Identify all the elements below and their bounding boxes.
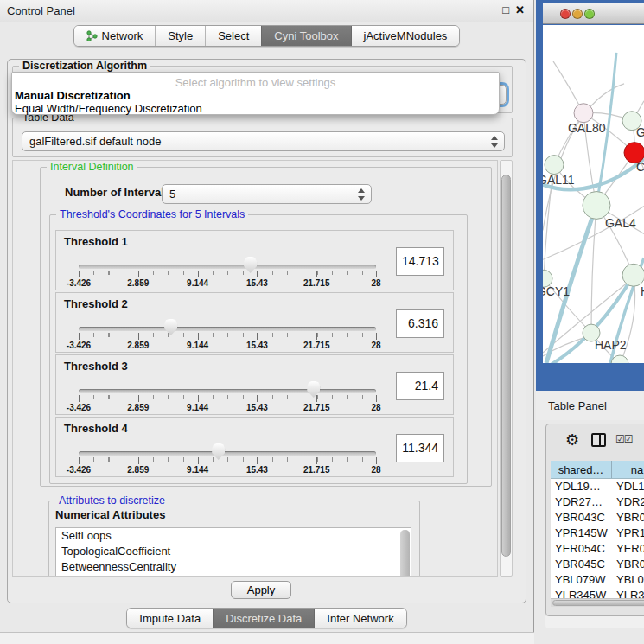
vertical-scrollbar-thumb[interactable] xyxy=(501,175,511,557)
slider-scale-label: 9.144 xyxy=(187,403,208,412)
tab-select[interactable]: Select xyxy=(205,26,261,46)
number-of-intervals-combobox[interactable]: 5 xyxy=(162,184,372,204)
table-toolbar: ⚙☑☑ xyxy=(546,424,644,457)
tab-network[interactable]: Network xyxy=(74,26,156,46)
table-row[interactable]: YBR045C YBR0 xyxy=(551,557,644,572)
cell-shared-name: YDR27… xyxy=(551,494,612,510)
slider-major-tick xyxy=(79,457,80,464)
slider-major-tick xyxy=(79,333,80,340)
slider-track[interactable] xyxy=(79,451,376,456)
tab-cyni-toolbox[interactable]: Cyni Toolbox xyxy=(261,26,350,46)
cell-name: YDL1 xyxy=(612,479,644,494)
network-node-label: GAL11 xyxy=(543,173,575,187)
slider-major-tick xyxy=(257,457,258,464)
table-row[interactable]: YPR145W YPR1 xyxy=(551,526,644,541)
table-row[interactable]: YBL079W YBL0 xyxy=(551,572,644,588)
slider-major-tick xyxy=(316,271,317,277)
network-window-titlebar[interactable] xyxy=(543,3,644,24)
table-data-combobox[interactable]: galFiltered.sif default node xyxy=(22,131,505,151)
slider-track[interactable] xyxy=(79,265,376,269)
tab-label: Impute Data xyxy=(139,612,201,625)
horizontal-scrollbar[interactable] xyxy=(551,598,644,607)
attribute-table[interactable]: shared…na YDL19… YDL1 YDR27… YDR2 YBR043… xyxy=(551,461,644,607)
numerical-attributes-list[interactable]: SelfLoopsTopologicalCoefficientBetweenne… xyxy=(55,527,411,577)
bottom-tab-bar: Impute DataDiscretize DataInfer Network xyxy=(0,608,533,628)
slider-minor-ticks xyxy=(79,333,377,337)
gear-icon[interactable]: ⚙ xyxy=(565,430,579,450)
attribute-list-item[interactable]: BetweennessCentrality xyxy=(56,559,411,575)
slider-scale-label: 9.144 xyxy=(187,341,208,350)
close-button[interactable] xyxy=(560,9,571,19)
threshold-value-field[interactable]: 21.4 xyxy=(396,372,444,400)
threshold-value-field[interactable]: 14.713 xyxy=(396,247,444,276)
cell-name: YBL0 xyxy=(612,572,644,588)
network-node-h[interactable] xyxy=(622,264,644,286)
apply-button[interactable]: Apply xyxy=(231,581,291,599)
table-row[interactable]: YBR043C YBR0 xyxy=(551,510,644,526)
slider-track[interactable] xyxy=(79,327,376,331)
slider-track[interactable] xyxy=(79,389,376,393)
select-columns-icon[interactable]: ☑☑ xyxy=(615,433,633,445)
close-icon[interactable]: ✕ xyxy=(515,3,525,16)
split-columns-icon[interactable] xyxy=(591,433,606,447)
column-header[interactable]: na xyxy=(612,461,644,478)
threshold-value-field[interactable]: 11.344 xyxy=(396,434,444,462)
table-panel-header: Table Panel xyxy=(536,391,644,420)
slider-minor-ticks xyxy=(79,395,377,399)
cell-name: YBR0 xyxy=(612,510,644,526)
network-node-gal4[interactable] xyxy=(583,192,610,220)
network-node[interactable] xyxy=(611,355,628,363)
threshold-slider[interactable]: -3.4262.8599.14415.4321.71528 xyxy=(79,355,376,416)
table-row[interactable]: YDL19… YDL1 xyxy=(551,479,644,494)
tab-impute-data[interactable]: Impute Data xyxy=(127,609,213,628)
slider-minor-ticks xyxy=(79,457,377,462)
slider-major-tick xyxy=(376,395,377,402)
threshold-value-field[interactable]: 6.316 xyxy=(396,309,444,338)
network-graph[interactable]: GAL80GCGAL11GAL4GCY1HHAP2 xyxy=(543,25,644,363)
tab-label: Select xyxy=(218,29,249,42)
number-of-intervals-value: 5 xyxy=(169,188,175,201)
network-node-label: H xyxy=(641,284,644,298)
float-window-icon[interactable]: □ xyxy=(502,3,509,16)
slider-major-tick xyxy=(138,271,139,277)
algorithm-option-equal-width-frequency[interactable]: Equal Width/Frequency Discretization xyxy=(15,102,202,115)
threshold-slider[interactable]: -3.4262.8599.14415.4321.71528 xyxy=(79,231,376,291)
combo-stepper-icon xyxy=(490,135,498,149)
cell-shared-name: YPR145W xyxy=(551,526,612,541)
network-node-gal11[interactable] xyxy=(545,156,564,175)
tab-discretize-data[interactable]: Discretize Data xyxy=(213,609,314,628)
network-canvas[interactable]: GAL80GCGAL11GAL4GCY1HHAP2 xyxy=(543,25,644,363)
minimize-button[interactable] xyxy=(572,9,583,19)
zoom-button[interactable] xyxy=(584,9,595,19)
tab-infer-network[interactable]: Infer Network xyxy=(314,609,405,628)
top-tab-bar: NetworkStyleSelectCyni ToolboxjActiveMNo… xyxy=(0,25,533,47)
slider-scale-label: 9.144 xyxy=(187,278,208,288)
slider-scale-label: 21.715 xyxy=(303,465,330,475)
attribute-list-item[interactable]: SelfLoops xyxy=(56,528,411,544)
slider-major-tick xyxy=(198,271,199,277)
tab-jactivemnodules[interactable]: jActiveMNodules xyxy=(351,26,460,46)
vertical-scrollbar[interactable] xyxy=(500,160,513,577)
table-panel-footer xyxy=(545,616,644,628)
table-row[interactable]: YDR27… YDR2 xyxy=(551,494,644,510)
attribute-list-item[interactable]: TopologicalCoefficient xyxy=(56,544,411,559)
horizontal-scrollbar-thumb[interactable] xyxy=(552,600,644,606)
slider-major-tick xyxy=(79,395,80,402)
column-header[interactable]: shared… xyxy=(551,461,612,478)
number-of-intervals-label: Number of Intervals xyxy=(65,186,170,199)
network-node-gal80[interactable] xyxy=(574,104,593,123)
threshold-row: Threshold 3 -3.4262.8599.14415.4321.7152… xyxy=(55,354,454,415)
tab-style[interactable]: Style xyxy=(155,26,205,46)
threshold-slider[interactable]: -3.4262.8599.14415.4321.71528 xyxy=(79,293,376,354)
algorithm-option-manual-discretization[interactable]: Manual Discretization xyxy=(15,89,131,102)
slider-scale-label: 21.715 xyxy=(303,341,330,350)
combo-stepper-icon xyxy=(357,188,365,201)
control-panel-bottom-strip xyxy=(0,632,534,644)
interval-definition-group-title: Interval Definition xyxy=(47,161,137,173)
network-view-window[interactable]: GAL80GCGAL11GAL4GCY1HHAP2 xyxy=(536,0,644,391)
table-row[interactable]: YER054C YER0 xyxy=(551,541,644,557)
network-node-label: GAL4 xyxy=(605,216,636,230)
slider-major-tick xyxy=(316,457,317,464)
list-scrollbar-thumb[interactable] xyxy=(400,530,410,577)
threshold-slider[interactable]: -3.4262.8599.14415.4321.71528 xyxy=(79,418,376,478)
